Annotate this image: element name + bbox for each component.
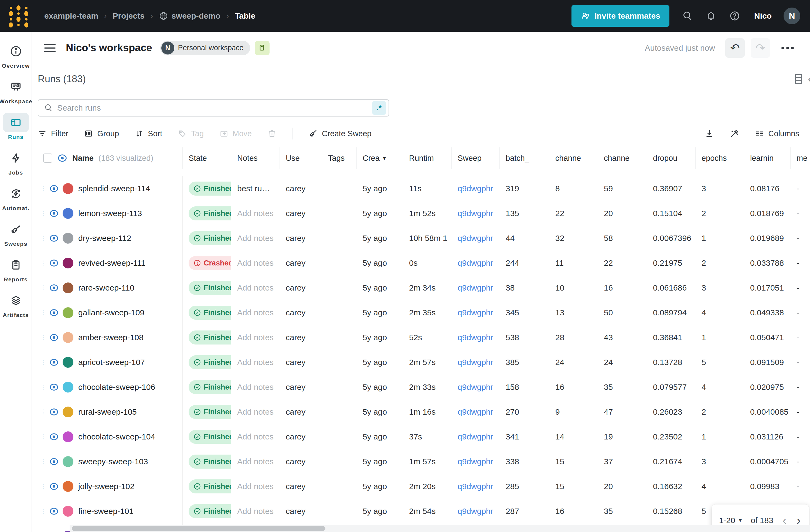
column-header-channels-two[interactable]: channe [598,147,647,169]
column-header-metric[interactable]: me [791,147,810,169]
run-name-link[interactable]: dry-sweep-112 [78,233,131,243]
sidebar-item-automations[interactable]: Automat. [1,181,31,215]
notes-cell[interactable]: Add notes [231,375,280,400]
undo-button[interactable]: ↶ [725,38,745,58]
drag-handle-icon[interactable]: ⋮ [40,334,46,341]
drag-handle-icon[interactable]: ⋮ [40,185,46,192]
hamburger-menu-icon[interactable] [44,44,55,52]
drag-handle-icon[interactable]: ⋮ [40,309,46,316]
sweep-link[interactable]: q9dwgphr [458,258,493,268]
run-name-link[interactable]: sweepy-sweep-103 [78,457,148,466]
column-header-runtime[interactable]: Runtim [403,147,452,169]
quickstart-icon[interactable] [255,41,270,55]
wandb-logo[interactable] [8,5,29,27]
column-header-learning-rate[interactable]: learnin [744,147,791,169]
visibility-eye-icon[interactable] [49,283,59,293]
notes-cell[interactable]: Add notes [231,449,280,474]
notes-cell[interactable]: Add notes [231,300,280,325]
breadcrumb-table[interactable]: Table [235,11,255,20]
sidebar-item-artifacts[interactable]: Artifacts [1,288,31,322]
visibility-eye-icon[interactable] [49,209,59,218]
download-icon[interactable] [704,129,714,139]
sweep-link[interactable]: q9dwgphr [458,407,493,417]
run-name-link[interactable]: jolly-sweep-102 [78,482,134,491]
column-header-sweep[interactable]: Sweep [452,147,500,169]
notes-cell[interactable]: Add notes [231,350,280,375]
filter-button[interactable]: Filter [38,129,68,138]
notes-cell[interactable]: Add notes [231,226,280,251]
column-header-notes[interactable]: Notes [231,147,280,169]
visibility-eye-icon[interactable] [49,382,59,392]
run-name-link[interactable]: amber-sweep-108 [78,333,144,342]
visibility-eye-icon[interactable] [49,506,59,516]
overflow-menu-icon[interactable] [776,41,799,55]
sweep-link[interactable]: q9dwgphr [458,432,493,441]
sweep-link[interactable]: q9dwgphr [458,233,493,243]
visibility-eye-icon[interactable] [49,457,59,466]
sidebar-item-workspace[interactable]: Workspace [1,75,31,109]
drag-handle-icon[interactable]: ⋮ [40,284,46,291]
notes-cell[interactable]: Add notes [231,251,280,275]
drag-handle-icon[interactable]: ⋮ [40,384,46,391]
sweep-link[interactable]: q9dwgphr [458,283,493,292]
select-all-checkbox[interactable] [43,154,52,163]
avatar[interactable]: N [783,7,800,24]
page-size-dropdown[interactable]: 1-20▼ [719,516,743,525]
visibility-eye-icon[interactable] [49,184,59,193]
visibility-eye-icon[interactable] [49,482,59,491]
sweep-link[interactable]: q9dwgphr [458,482,493,491]
run-name-link[interactable]: rural-sweep-105 [78,407,137,417]
visibility-eye-icon[interactable] [49,407,59,417]
column-header-channels-one[interactable]: channe [549,147,598,169]
column-header-created[interactable]: Crea▼ [357,147,403,169]
notes-cell[interactable]: best ru… [231,176,280,201]
sidebar-item-jobs[interactable]: Jobs [1,146,31,180]
regex-toggle[interactable]: .* [372,101,386,115]
collapse-panel-chevron-icon[interactable]: ‹ [808,72,810,85]
drag-handle-icon[interactable]: ⋮ [40,458,46,465]
side-panel-icon[interactable] [794,74,803,84]
notes-cell[interactable]: Add notes [231,325,280,350]
breadcrumb-projects[interactable]: Projects [113,11,144,20]
create-sweep-button[interactable]: Create Sweep [308,129,372,139]
notes-cell[interactable]: Add notes [231,424,280,449]
sweep-link[interactable]: q9dwgphr [458,209,493,218]
sweep-link[interactable]: q9dwgphr [458,333,493,342]
run-name-link[interactable]: chocolate-sweep-104 [78,432,155,441]
visibility-eye-icon[interactable] [49,258,59,268]
help-icon[interactable] [729,10,741,22]
drag-handle-icon[interactable]: ⋮ [40,259,46,267]
breadcrumb-team[interactable]: example-team [44,11,98,20]
sort-button[interactable]: Sort [135,129,162,138]
notes-cell[interactable]: Add notes [231,275,280,300]
visibility-eye-icon[interactable] [49,308,59,318]
sidebar-item-overview[interactable]: Overview [1,39,31,73]
visibility-eye-icon[interactable] [49,432,59,441]
column-header-name[interactable]: Name (183 visualized) [38,147,183,169]
drag-handle-icon[interactable]: ⋮ [40,483,46,490]
next-page-button[interactable]: › [796,514,802,526]
column-header-user[interactable]: Use [280,147,322,169]
run-name-link[interactable]: gallant-sweep-109 [78,308,144,317]
breadcrumb-project[interactable]: sweep-demo [159,11,221,20]
search-icon[interactable] [681,10,693,22]
column-header-tags[interactable]: Tags [322,147,357,169]
notes-cell[interactable]: Add notes [231,400,280,424]
column-header-dropout[interactable]: dropou [647,147,696,169]
visibility-eye-icon[interactable] [49,333,59,342]
run-name-link[interactable]: fine-sweep-101 [78,506,133,516]
notes-cell[interactable]: Add notes [231,474,280,499]
sidebar-item-runs[interactable]: Runs [1,110,31,144]
notifications-bell-icon[interactable] [705,10,717,22]
column-header-state[interactable]: State [183,147,231,169]
sidebar-item-reports[interactable]: Reports [1,253,31,287]
previous-page-button[interactable]: ‹ [781,514,788,526]
sweep-link[interactable]: q9dwgphr [458,457,493,466]
columns-button[interactable]: Columns [755,129,799,139]
group-button[interactable]: Group [84,129,119,138]
sidebar-item-sweeps[interactable]: Sweeps [1,217,31,251]
column-header-epochs[interactable]: epochs [696,147,744,169]
drag-handle-icon[interactable]: ⋮ [40,359,46,366]
drag-handle-icon[interactable]: ⋮ [40,235,46,242]
sweep-link[interactable]: q9dwgphr [458,308,493,317]
